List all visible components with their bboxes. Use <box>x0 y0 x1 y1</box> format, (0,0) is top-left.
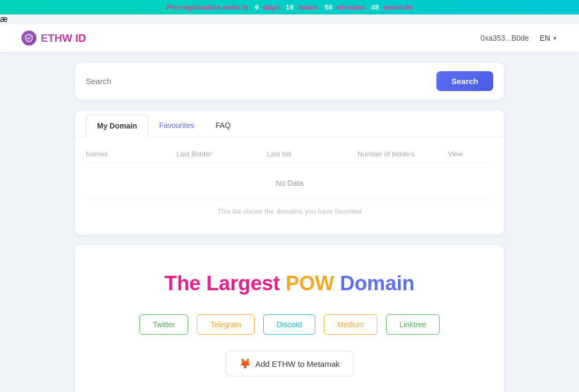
header-right: 0xa353...B0de EN ▼ <box>480 34 558 42</box>
metamask-button[interactable]: 🦊 Add ETHW to Metamak <box>226 351 353 376</box>
logo-area: ETHW ID <box>21 31 86 46</box>
search-button[interactable]: Search <box>436 71 493 91</box>
seconds-value: 48 <box>371 3 379 11</box>
tabs-panel: My Domain Favourites FAQ Names Last Bidd… <box>75 110 504 235</box>
search-input[interactable] <box>86 77 430 86</box>
discord-button[interactable]: Discord <box>263 314 315 335</box>
language-label: EN <box>540 34 550 42</box>
logo-icon <box>21 31 36 46</box>
col-num-bidders: Number of bidders <box>358 150 448 158</box>
logo-text: ETHW ID <box>41 32 86 44</box>
twitter-button[interactable]: Twitter <box>139 314 188 335</box>
minutes-value: 58 <box>324 3 332 11</box>
seconds-label: seconds <box>383 3 413 11</box>
days-label: days <box>263 3 280 11</box>
linktree-button[interactable]: Linktree <box>386 314 440 335</box>
banner-prefix: Pre-registration ends in <box>166 3 248 11</box>
telegram-button[interactable]: Telegram <box>197 314 255 335</box>
promo-section: The Largest POW Domain Twitter Telegram … <box>75 245 504 392</box>
title-pow: POW <box>286 272 335 295</box>
col-last-bid: Last bid <box>267 150 358 158</box>
metamask-icon: 🦊 <box>239 358 251 370</box>
promo-title: The Largest POW Domain <box>96 272 482 295</box>
table-container: Names Last Bidder Last bid Number of bid… <box>75 137 504 235</box>
col-view: View <box>448 150 493 158</box>
hours-value: 16 <box>286 3 294 11</box>
title-part1: The Largest <box>165 272 286 295</box>
metamask-label: Add ETHW to Metamak <box>255 359 340 368</box>
wallet-address: 0xa353...B0de <box>480 34 529 42</box>
days-value: 9 <box>255 3 259 11</box>
tab-favourites[interactable]: Favourites <box>149 115 205 137</box>
title-part2: Domain <box>334 272 414 295</box>
top-banner: Pre-registration ends in 9 days 16 hours… <box>0 0 579 14</box>
col-last-bidder: Last Bidder <box>176 150 267 158</box>
ae-badge: æ <box>0 14 579 24</box>
col-names: Names <box>86 150 176 158</box>
main-content: Search My Domain Favourites FAQ Names La… <box>0 52 579 392</box>
minutes-label: minutes <box>337 3 365 11</box>
table-header: Names Last Bidder Last bid Number of bid… <box>86 146 493 163</box>
no-data-text: No Data <box>86 163 493 198</box>
tab-my-domain[interactable]: My Domain <box>86 115 149 137</box>
social-links: Twitter Telegram Discord Medium Linktree <box>96 314 482 335</box>
language-selector[interactable]: EN ▼ <box>540 34 558 42</box>
table-footer-text: This list shows the domains you have fav… <box>86 198 493 226</box>
chevron-down-icon: ▼ <box>552 35 558 41</box>
medium-button[interactable]: Medium <box>324 314 377 335</box>
search-container: Search <box>75 63 504 100</box>
tabs-header: My Domain Favourites FAQ <box>75 110 504 137</box>
header: ETHW ID 0xa353...B0de EN ▼ <box>0 24 579 52</box>
tab-faq[interactable]: FAQ <box>205 115 241 137</box>
hours-label: hours <box>298 3 318 11</box>
